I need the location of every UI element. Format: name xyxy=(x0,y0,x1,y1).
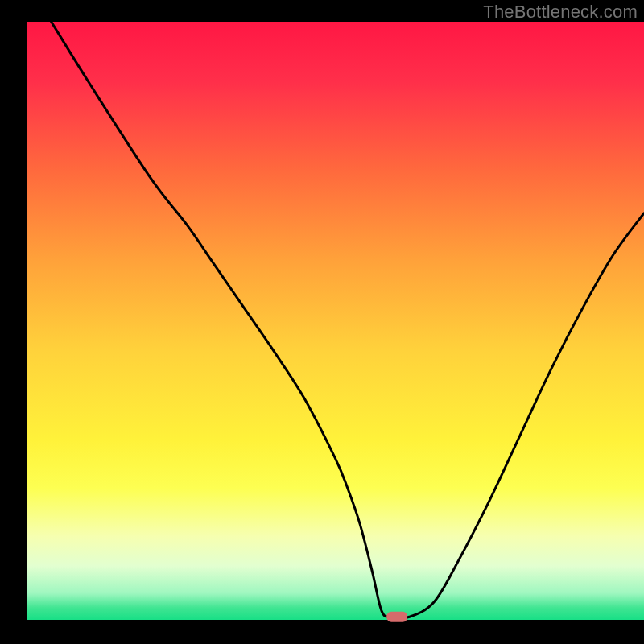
bottleneck-chart xyxy=(0,0,644,644)
plot-background xyxy=(27,22,644,620)
optimal-point-marker xyxy=(386,612,407,622)
chart-container: TheBottleneck.com xyxy=(0,0,644,644)
watermark-text: TheBottleneck.com xyxy=(483,2,638,23)
